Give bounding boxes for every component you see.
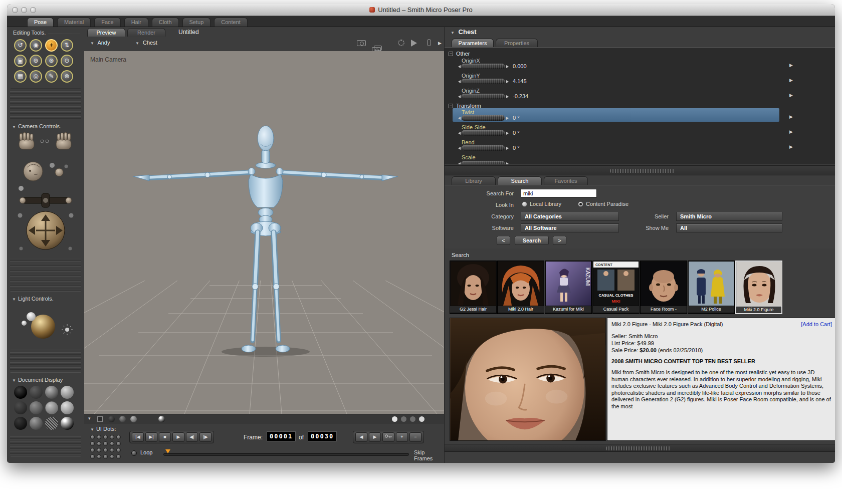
camera-controls[interactable] <box>12 132 79 251</box>
nav-dot-icon[interactable] <box>419 416 425 422</box>
ui-dot[interactable] <box>116 454 121 459</box>
panel-expand-icon[interactable]: ▶ <box>438 41 442 46</box>
shadow-toggle-icon[interactable] <box>427 39 431 46</box>
tab-favorites[interactable]: Favorites <box>544 176 588 185</box>
tab-render[interactable]: Render <box>127 28 165 37</box>
next-key-button[interactable]: ▶ <box>369 432 381 442</box>
param-dial-twist[interactable] <box>462 115 505 121</box>
display-style-wireframe[interactable] <box>45 386 58 399</box>
display-style-texture-shaded[interactable] <box>61 417 74 430</box>
selected-actor-header[interactable]: ▼ Chest <box>451 28 477 36</box>
result-thumbnail[interactable]: KAZUMI Kazumi for Miki <box>545 261 592 314</box>
param-value[interactable]: 0.000 <box>513 63 527 69</box>
display-style-smooth-lined[interactable] <box>30 417 43 430</box>
ui-dot[interactable] <box>110 435 114 439</box>
search-button[interactable]: Search <box>515 236 549 245</box>
ui-dot[interactable] <box>116 435 121 439</box>
add-to-cart-link[interactable]: [Add to Cart] <box>801 321 832 327</box>
timeline-slider[interactable] <box>163 453 409 456</box>
strip-menu-icon[interactable]: ▾ <box>88 416 91 421</box>
skip-frames-label[interactable]: Skip Frames <box>414 449 444 461</box>
software-dropdown[interactable]: All Software <box>521 223 619 232</box>
display-style-lit-wireframe[interactable] <box>14 401 27 414</box>
tab-parameters[interactable]: Parameters <box>452 39 494 47</box>
strip-style-icon[interactable] <box>119 416 126 422</box>
ui-dot[interactable] <box>103 441 108 446</box>
camera-view-icon[interactable] <box>357 40 366 46</box>
grouping-tool-icon[interactable]: ⊙ <box>61 55 73 67</box>
nav-dot-icon[interactable] <box>392 416 397 422</box>
param-dial-originx[interactable] <box>462 64 505 69</box>
ui-dot[interactable] <box>116 448 121 452</box>
add-keyframe-button[interactable]: + <box>396 432 408 442</box>
param-menu-icon[interactable]: ▶ <box>789 93 793 98</box>
ui-dot[interactable] <box>103 448 108 452</box>
actor-selector[interactable]: ▼ Chest <box>135 40 157 46</box>
ui-dot[interactable] <box>97 441 101 446</box>
ui-dot[interactable] <box>90 435 95 439</box>
tab-library[interactable]: Library <box>452 176 496 185</box>
content-paradise-radio-label[interactable]: Content Paradise <box>586 201 628 207</box>
param-menu-icon[interactable]: ▶ <box>789 78 793 83</box>
display-style-cartoon[interactable] <box>61 401 74 414</box>
local-library-radio-label[interactable]: Local Library <box>530 201 561 207</box>
ui-dot[interactable] <box>110 441 114 446</box>
result-thumbnail[interactable]: Face Room - <box>640 261 687 314</box>
ui-dot[interactable] <box>90 454 95 459</box>
seller-dropdown[interactable]: Smith Micro <box>676 212 782 221</box>
ui-dot[interactable] <box>103 454 108 459</box>
tab-search[interactable]: Search <box>498 176 542 185</box>
param-dial-scale[interactable] <box>462 161 505 164</box>
chain-break-tool-icon[interactable]: ⊕ <box>30 55 42 67</box>
param-menu-icon[interactable]: ▶ <box>789 63 793 68</box>
strip-square-icon[interactable] <box>97 416 103 422</box>
collapse-group-icon[interactable]: − <box>449 104 453 108</box>
play-button[interactable]: ▶ <box>172 432 184 442</box>
nav-dot-icon[interactable] <box>410 416 415 422</box>
splitter-grip[interactable] <box>610 169 675 173</box>
ui-dot[interactable] <box>97 448 101 452</box>
param-menu-icon[interactable]: ▶ <box>789 144 793 149</box>
prev-frame-button[interactable]: ◀| <box>186 432 198 442</box>
scrollbar-grip[interactable] <box>606 446 671 450</box>
ui-dot[interactable] <box>97 454 101 459</box>
disclosure-icon[interactable]: ▼ <box>12 378 16 383</box>
show-me-dropdown[interactable]: All <box>676 223 782 232</box>
camera-name-label[interactable]: Main Camera <box>90 56 126 63</box>
display-style-silhouette[interactable] <box>14 386 27 399</box>
direct-edit-tool-icon[interactable]: ✎ <box>45 70 58 83</box>
content-paradise-radio[interactable] <box>578 201 583 207</box>
figure-andy[interactable] <box>133 126 398 357</box>
display-style-outline[interactable] <box>30 386 43 399</box>
strip-style-icon[interactable] <box>108 416 115 422</box>
next-results-button[interactable]: > <box>553 236 566 245</box>
grid-tool-icon[interactable]: ▦ <box>14 70 27 83</box>
view-magnifier-tool-icon[interactable]: ◎ <box>30 70 42 83</box>
loop-toggle[interactable] <box>131 450 137 456</box>
param-dial-bend[interactable] <box>462 145 505 151</box>
last-frame-button[interactable]: ▶| <box>145 432 157 442</box>
translate-tool-icon[interactable]: + <box>45 39 58 52</box>
display-style-sketch[interactable] <box>45 417 58 430</box>
total-frames-counter[interactable]: 00030 <box>308 431 337 441</box>
display-style-flat-shaded[interactable] <box>30 401 43 414</box>
viewport-3d[interactable]: Main Camera <box>84 51 444 414</box>
param-value[interactable]: 0 ° <box>513 130 520 136</box>
param-dial-originy[interactable] <box>462 79 505 84</box>
param-value[interactable]: 0 ° <box>513 145 520 151</box>
display-style-flat-lined[interactable] <box>45 401 58 414</box>
rotate-tool-icon[interactable]: ↺ <box>14 39 27 52</box>
ui-dot[interactable] <box>110 454 114 459</box>
result-thumbnail[interactable]: M2 Police <box>688 261 735 314</box>
strip-style-icon[interactable] <box>158 416 165 422</box>
first-frame-button[interactable]: |◀ <box>132 432 144 442</box>
horizontal-scrollbar[interactable] <box>445 444 835 452</box>
ui-dot[interactable] <box>103 435 108 439</box>
prev-results-button[interactable]: < <box>497 236 510 245</box>
tab-content[interactable]: Content <box>214 18 248 27</box>
twist-tool-icon[interactable]: ◉ <box>30 39 42 52</box>
result-thumbnail-selected[interactable]: Miki 2.0 Figure <box>735 261 782 314</box>
color-tool-icon[interactable]: ⊛ <box>45 55 58 67</box>
tab-preview[interactable]: Preview <box>87 28 125 37</box>
search-input[interactable] <box>521 189 597 197</box>
